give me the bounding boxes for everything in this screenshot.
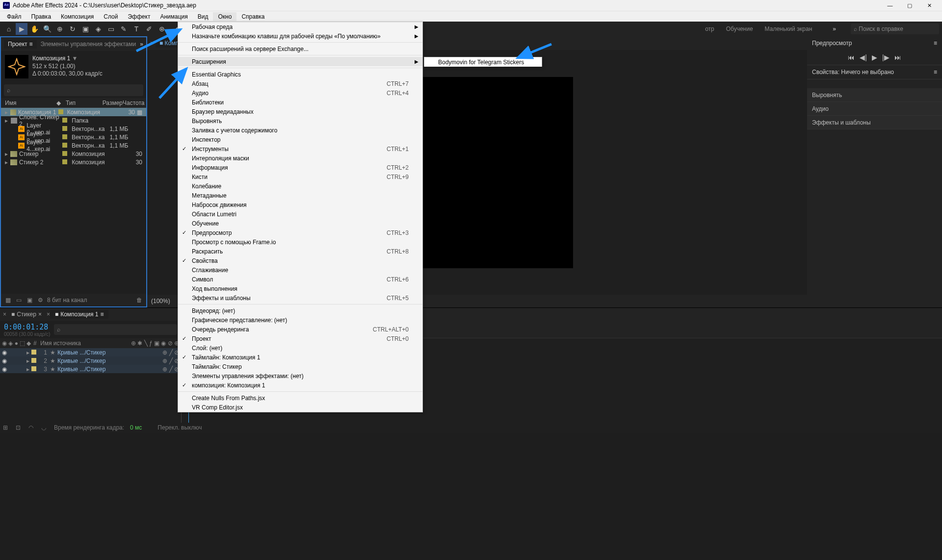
anchor-tool-icon[interactable]: ◈	[92, 23, 104, 35]
workspace-tab[interactable]: отр	[705, 25, 714, 32]
menu-item[interactable]: Essential Graphics	[178, 70, 422, 79]
menu-item[interactable]: Области Lumetri	[178, 209, 422, 219]
panel-effects[interactable]: Эффекты и шаблоны	[807, 116, 942, 129]
col-freq[interactable]: Частота	[123, 100, 142, 106]
panel-align[interactable]: Выровнять	[807, 88, 942, 102]
menu-window[interactable]: Окно	[213, 12, 236, 21]
interpret-footage-icon[interactable]: ▦	[4, 296, 12, 304]
settings-icon[interactable]: ⚙	[36, 296, 44, 304]
toggle-icon[interactable]: ⊡	[16, 424, 23, 431]
menu-item[interactable]: Обучение	[178, 219, 422, 228]
camera-tool-icon[interactable]: ▣	[79, 23, 91, 35]
menu-effect[interactable]: Эффект	[123, 12, 155, 21]
timeline-layer-row[interactable]: ◉▸2★Кривые .../Стикер⊕ ╱ ⊘	[0, 356, 181, 365]
last-frame-icon[interactable]: ⏭	[894, 53, 901, 61]
menu-item[interactable]: Просмотр с помощью Frame.io	[178, 237, 422, 247]
col-size[interactable]: Размер	[99, 100, 123, 106]
menu-item[interactable]: Рабочая среда▶	[178, 22, 422, 31]
new-comp-icon[interactable]: ▣	[26, 296, 33, 304]
panel-menu-icon[interactable]: ≡	[100, 311, 104, 318]
color-depth[interactable]: 8 бит на канал	[47, 297, 87, 304]
panel-menu-icon[interactable]: ≡	[934, 40, 937, 47]
menu-edit[interactable]: Правка	[26, 12, 56, 21]
menu-layer[interactable]: Слой	[99, 12, 123, 21]
menu-item[interactable]: Расширения▶	[178, 57, 422, 66]
snap-icon[interactable]: ⊞	[3, 424, 10, 431]
tab-effect-controls[interactable]: Элементы управления эффектами	[41, 41, 140, 48]
menu-item[interactable]: АбзацCTRL+7	[178, 79, 422, 88]
col-type[interactable]: Тип	[66, 100, 99, 106]
first-frame-icon[interactable]: ⏮	[848, 53, 855, 61]
menu-item[interactable]: Библиотеки	[178, 98, 422, 107]
project-row[interactable]: ▸Слоев: Стикер 2Папка	[1, 116, 146, 125]
menu-item[interactable]: VR Comp Editor.jsx	[178, 403, 422, 412]
prev-frame-icon[interactable]: ◀|	[860, 53, 867, 61]
next-frame-icon[interactable]: |▶	[882, 53, 890, 61]
menu-item[interactable]: РаскраситьCTRL+8	[178, 247, 422, 256]
menu-item[interactable]: Инспектор	[178, 135, 422, 144]
panel-preview[interactable]: Предпросмотр	[812, 40, 852, 47]
hand-tool-icon[interactable]: ✋	[28, 23, 40, 35]
close-tab-icon[interactable]: ×	[38, 311, 42, 318]
project-row[interactable]: AiLayer 2...кер.aiВекторн...ка1,1 МБ	[1, 125, 146, 133]
panel-menu-icon[interactable]: ≡	[934, 69, 937, 76]
graph-icon[interactable]: ◡	[41, 424, 48, 431]
menu-item[interactable]: Интерполяция маски	[178, 153, 422, 163]
menu-item[interactable]: Колебание	[178, 181, 422, 191]
selection-tool-icon[interactable]: ▶	[16, 23, 27, 35]
menu-animation[interactable]: Анимация	[155, 12, 192, 21]
menu-item[interactable]: Заливка с учетом содержимого	[178, 126, 422, 135]
menu-item[interactable]: ✓ПроектCTRL+0	[178, 334, 422, 343]
menu-item[interactable]: Create Nulls From Paths.jsx	[178, 393, 422, 403]
menu-item[interactable]: Выровнять	[178, 116, 422, 126]
project-search-input[interactable]: ⌕	[4, 84, 143, 96]
menu-item[interactable]: КистиCTRL+9	[178, 172, 422, 181]
brush-tool-icon[interactable]: ✐	[143, 23, 155, 35]
menu-item[interactable]: ✓Свойства	[178, 256, 422, 265]
menu-item[interactable]: Поиск расширений на сервере Exchange...	[178, 44, 422, 53]
menu-help[interactable]: Справка	[236, 12, 269, 21]
menu-item[interactable]: Таймлайн: Стикер	[178, 362, 422, 371]
project-row[interactable]: ▸СтикерКомпозиция30	[1, 150, 146, 158]
menu-item[interactable]: Сглаживание	[178, 265, 422, 275]
workspace-more-icon[interactable]: »	[833, 25, 836, 32]
menu-item[interactable]: Элементы управления эффектами: (нет)	[178, 371, 422, 381]
timecode[interactable]: 0:00:01:28	[4, 323, 50, 331]
tab-project[interactable]: Проект≡	[4, 40, 37, 49]
menu-item[interactable]: Метаданные	[178, 191, 422, 200]
workspace-tab[interactable]: Маленький экран	[765, 25, 812, 32]
menu-item[interactable]: ИнформацияCTRL+2	[178, 163, 422, 172]
panel-menu-icon[interactable]: ≡	[29, 41, 33, 48]
col-label[interactable]: ◆	[56, 100, 66, 106]
rotate-tool-icon[interactable]: ↻	[67, 23, 78, 35]
clone-tool-icon[interactable]: ⊛	[156, 23, 168, 35]
project-row[interactable]: ▸Стикер 2Композиция30	[1, 158, 146, 166]
menu-item[interactable]: Набросок движения	[178, 200, 422, 209]
pen-tool-icon[interactable]: ✎	[118, 23, 130, 35]
home-icon[interactable]: ⌂	[3, 23, 15, 35]
menu-file[interactable]: Файл	[2, 12, 26, 21]
menu-item[interactable]: ✓композиция: Композиция 1	[178, 381, 422, 390]
timeline-tab[interactable]: ■ Композиция 1 ≡	[50, 310, 109, 319]
maximize-button[interactable]: ▢	[900, 0, 919, 11]
play-icon[interactable]: ▶	[872, 53, 877, 61]
menu-item[interactable]: Слой: (нет)	[178, 343, 422, 353]
shape-tool-icon[interactable]: ▭	[105, 23, 117, 35]
menu-item[interactable]: Назначьте комбинацию клавиш для рабочей …	[178, 31, 422, 41]
timeline-layer-row[interactable]: ◉▸3★Кривые .../Стикер⊕ ╱ ⊘	[0, 365, 181, 373]
menu-item[interactable]: Ход выполнения	[178, 284, 422, 293]
minimize-button[interactable]: —	[880, 0, 900, 11]
zoom-level[interactable]: (100%)	[151, 298, 170, 305]
zoom-tool-icon[interactable]: 🔍	[41, 23, 53, 35]
menu-item[interactable]: Очередь рендерингаCTRL+ALT+0	[178, 325, 422, 334]
menu-item[interactable]: Видеоряд: (нет)	[178, 306, 422, 315]
menu-view[interactable]: Вид	[193, 12, 213, 21]
project-row[interactable]: AiLayer 4...кер.aiВекторн...ка1,1 МБ	[1, 141, 146, 150]
timeline-layer-row[interactable]: ◉▸1★Кривые .../Стикер⊕ ╱ ⊘	[0, 348, 181, 356]
menu-item[interactable]: ✓ПредпросмотрCTRL+3	[178, 228, 422, 237]
project-row[interactable]: AiLayer 3...кер.aiВекторн...ка1,1 МБ	[1, 133, 146, 141]
submenu-item-bodymovin[interactable]: Bodymovin for Telegram Stickers	[424, 57, 542, 67]
orbit-tool-icon[interactable]: ⊕	[54, 23, 66, 35]
menu-item[interactable]: Браузер медиаданных	[178, 107, 422, 116]
workspace-tab[interactable]: Обучение	[726, 25, 753, 32]
